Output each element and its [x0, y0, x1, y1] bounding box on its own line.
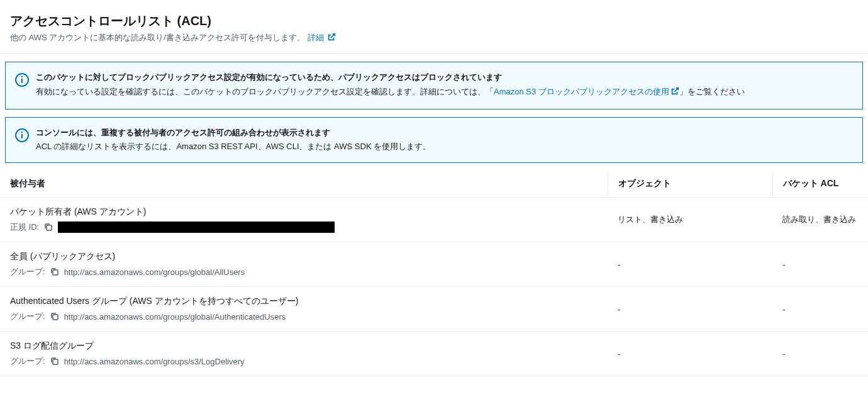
grantee-name: 全員 (パブリックアクセス) [10, 251, 598, 262]
objects-permission: - [608, 287, 772, 332]
grantee-name: バケット所有者 (AWS アカウント) [10, 206, 598, 218]
col-header-bucket-acl: バケット ACL [772, 171, 868, 198]
svg-rect-8 [53, 315, 58, 320]
external-link-icon [327, 33, 336, 43]
alert-public-access-blocked: このバケットに対してブロックパブリックアクセス設定が有効になっているため、パブリ… [5, 62, 863, 109]
svg-rect-5 [21, 132, 23, 133]
page-title: アクセスコントロールリスト (ACL) [10, 13, 858, 30]
details-link[interactable]: 詳細 [308, 33, 337, 42]
info-icon [14, 128, 30, 145]
svg-rect-1 [21, 79, 23, 83]
objects-permission: リスト、書き込み [608, 198, 772, 242]
table-row: Authenticated Users グループ (AWS アカウントを持つすべ… [0, 287, 868, 332]
group-label: グループ: [10, 311, 45, 322]
col-header-grantee: 被付与者 [0, 171, 608, 198]
svg-rect-6 [47, 225, 52, 230]
alert-description: ACL の詳細なリストを表示するには、Amazon S3 REST API、AW… [36, 140, 852, 154]
copy-icon[interactable] [49, 266, 60, 278]
bucket-acl-permission: - [772, 287, 868, 332]
table-row: 全員 (パブリックアクセス) グループ: http://acs.amazonaw… [0, 242, 868, 287]
alert-duplicate-permissions: コンソールには、重複する被付与者のアクセス許可の組み合わせが表示されます ACL… [5, 117, 863, 164]
svg-rect-7 [53, 270, 58, 275]
bucket-acl-permission: - [772, 242, 868, 287]
grantee-name: S3 ログ配信グループ [10, 340, 598, 352]
svg-rect-9 [53, 359, 58, 364]
copy-icon[interactable] [49, 311, 60, 322]
acl-header: アクセスコントロールリスト (ACL) 他の AWS アカウントに基本的な読み取… [0, 0, 868, 54]
canonical-id-label: 正規 ID: [10, 222, 39, 233]
block-public-access-link[interactable]: Amazon S3 ブロックパブリックアクセスの使用 [494, 87, 679, 96]
table-row: バケット所有者 (AWS アカウント) 正規 ID: リスト、書き込み 読み [0, 198, 868, 242]
col-header-objects: オブジェクト [608, 171, 772, 198]
grantee-name: Authenticated Users グループ (AWS アカウントを持つすべ… [10, 296, 598, 307]
info-icon [14, 72, 30, 89]
group-uri: http://acs.amazonaws.com/groups/s3/LogDe… [64, 357, 245, 366]
group-uri: http://acs.amazonaws.com/groups/global/A… [64, 267, 245, 277]
group-label: グループ: [10, 266, 45, 278]
alert-description: 有効になっている設定を確認するには、このバケットのブロックパブリックアクセス設定… [36, 86, 852, 100]
objects-permission: - [608, 332, 772, 376]
group-label: グループ: [10, 356, 45, 367]
copy-icon[interactable] [49, 356, 60, 367]
copy-icon[interactable] [43, 222, 54, 233]
canonical-id-value [58, 222, 335, 233]
table-row: S3 ログ配信グループ グループ: http://acs.amazonaws.c… [0, 332, 868, 376]
svg-rect-2 [21, 76, 23, 77]
page-subtitle: 他の AWS アカウントに基本的な読み取り/書き込みアクセス許可を付与します。 … [10, 32, 858, 43]
svg-rect-4 [21, 134, 23, 138]
external-link-icon [670, 87, 679, 100]
bucket-acl-permission: 読み取り、書き込み [772, 198, 868, 242]
group-uri: http://acs.amazonaws.com/groups/global/A… [64, 312, 286, 322]
alert-title: コンソールには、重複する被付与者のアクセス許可の組み合わせが表示されます [36, 126, 852, 140]
alert-title: このバケットに対してブロックパブリックアクセス設定が有効になっているため、パブリ… [36, 71, 852, 84]
objects-permission: - [608, 242, 772, 287]
bucket-acl-permission: - [772, 332, 868, 376]
acl-table: 被付与者 オブジェクト バケット ACL バケット所有者 (AWS アカウント)… [0, 171, 868, 376]
